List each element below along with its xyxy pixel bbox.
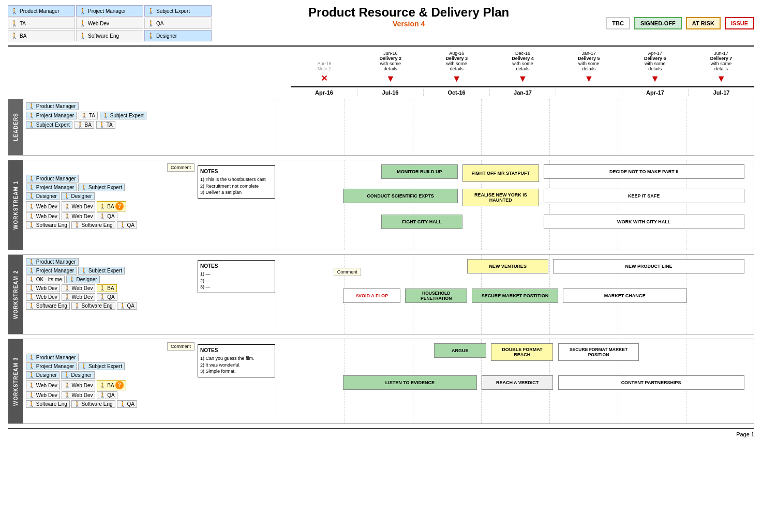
block-content-partnerships: CONTENT PARTNERSHIPS (558, 375, 744, 390)
leader-role-projmgr: 🚶 Project Manager (26, 112, 77, 119)
status-issue: ISSUE (725, 17, 754, 29)
ws2-role-row1: 🚶 Product Manager (26, 258, 195, 266)
col-delivery2-label: Jun-16 Delivery 2 with some details (357, 51, 424, 71)
ws1-qa1: 🚶 QA (97, 212, 117, 220)
ws3-timeline: ARGUE DOUBLE FORMAT REACH SECURE FORMAT … (276, 339, 754, 423)
date-empty (556, 89, 622, 96)
leader-role-pm: 🚶 Product Manager (26, 102, 79, 110)
date-apr16: Apr-16 (291, 89, 357, 96)
ws2-role-row2: 🚶 Project Manager 🚶 Subject Expert (26, 267, 195, 275)
block-argue: ARGUE (434, 343, 487, 358)
col-delivery3-label: Aug-16 Delivery 3 with some details (424, 51, 490, 71)
block-fight-city: FIGHT CITY HALL (381, 215, 462, 229)
ws2-qa2: 🚶 QA (117, 302, 137, 310)
ws3-left-content: Comment 🚶 Product Manager 🚶 Project Mana… (26, 342, 273, 409)
date-labels-row: Apr-16 Jul-16 Oct-16 Jan-17 Apr-17 Jul-1… (291, 89, 754, 96)
ws3-ba: 🚶 BA ? (97, 380, 126, 390)
block-fight-mr: FIGHT OFF MR STAYPUFT (462, 164, 539, 182)
ws3-role-row3: 🚶 Designer 🚶 Designer (26, 371, 195, 379)
ws3-comment: Comment (167, 342, 195, 351)
ws2-webdev4: 🚶 Web Dev (62, 293, 96, 301)
ws1-role-row6: 🚶 Software Eng 🚶 Software Eng 🚶 QA (26, 221, 195, 229)
col-delivery5-label: Jan-17 Delivery 5 with some details (556, 51, 622, 71)
ws3-webdev3: 🚶 Web Dev (26, 391, 60, 399)
ws3-softeng2: 🚶 Software Eng (71, 400, 115, 408)
ws2-notes-text: 1) —2) —3) — (200, 271, 273, 291)
block-keep-safe: KEEP IT SAFE (544, 189, 744, 203)
timeline-dates-area: Apr-16 Note 1 Jun-16 Delivery 2 with som… (291, 51, 754, 96)
ws1-webdev2: 🚶 Web Dev (62, 201, 96, 211)
ws2-role-row4: 🚶 Web Dev 🚶 Web Dev 🚶 BA (26, 284, 195, 292)
ws2-ba: 🚶 BA (97, 284, 116, 292)
ws1-designer1: 🚶 Designer (26, 192, 59, 200)
ws2-timeline: Comment NEW VENTURES NEW PRODUCT LINE AV… (276, 255, 754, 334)
arrow-del2: ▼ (357, 73, 424, 84)
ws2-role-row6: 🚶 Software Eng 🚶 Software Eng 🚶 QA (26, 302, 195, 310)
workstream3-section: WORKSTREAM 3 Comment 🚶 Product Manager 🚶… (8, 339, 754, 424)
leaders-row3: 🚶 Subject Expert 🚶 BA 🚶 TA (26, 121, 273, 129)
block-monitor-buildup: MONITOR BUILD UP (381, 164, 458, 179)
vline1 (345, 99, 345, 155)
ws3-webdev1: 🚶 Web Dev (26, 380, 60, 390)
person-icon: 🚶 (11, 8, 18, 14)
ws3-qa1: 🚶 QA (97, 391, 117, 399)
ws1-left: Comment 🚶 Product Manager 🚶 Project Mana… (23, 160, 276, 250)
leaders-label: LEADERS (8, 99, 23, 155)
delivery-labels-row: Apr-16 Note 1 Jun-16 Delivery 2 with som… (291, 51, 754, 73)
legend-roles: 🚶 Product Manager 🚶 Project Manager 🚶 Su… (8, 5, 212, 41)
ws2-softeng: 🚶 Software Eng (26, 302, 70, 310)
ws1-notes-container: NOTES 1) This is the Ghostbusters cast2)… (198, 163, 273, 199)
status-tbc: TBC (606, 17, 630, 29)
ws3-softeng: 🚶 Software Eng (26, 400, 70, 408)
ws1-se: 🚶 Subject Expert (78, 184, 125, 191)
leaders-timeline (276, 99, 754, 155)
ws3-label: WORKSTREAM 3 (8, 339, 23, 423)
ws1-pm: 🚶 Product Manager (26, 175, 79, 183)
ws1-designer2: 🚶 Designer (61, 192, 95, 200)
arrow-apr16: ✕ (291, 73, 357, 84)
role-ta: 🚶 TA (8, 18, 75, 29)
block-conduct-scientific: CONDUCT SCIENTIFIC EXPTS (343, 189, 458, 203)
ws1-webdev1: 🚶 Web Dev (26, 201, 60, 211)
ws3-role-row4: 🚶 Web Dev 🚶 Web Dev 🚶 BA ? (26, 380, 195, 390)
date-jan17: Jan-17 (490, 89, 556, 96)
role-qa: 🚶 QA (144, 18, 212, 29)
ws1-softeng2: 🚶 Software Eng (71, 221, 115, 229)
workstream1-section: WORKSTREAM 1 Comment 🚶 Product Manager 🚶… (8, 160, 754, 250)
ws1-ba: 🚶 BA ? (97, 201, 126, 211)
ws2-left-content: 🚶 Product Manager 🚶 Project Manager 🚶 Su… (26, 258, 273, 311)
ws1-role-row1: 🚶 Product Manager (26, 175, 195, 183)
ws2-pm: 🚶 Product Manager (26, 258, 79, 266)
date-oct16: Oct-16 (424, 89, 490, 96)
block-double-format: DOUBLE FORMAT REACH (491, 343, 553, 361)
page: 🚶 Product Manager 🚶 Project Manager 🚶 Su… (0, 0, 762, 443)
ws2-qa1: 🚶 QA (97, 293, 117, 301)
col-apr16-label: Apr-16 Note 1 (291, 61, 357, 71)
ws1-roles-area: Comment 🚶 Product Manager 🚶 Project Mana… (26, 163, 195, 230)
ws1-comment: Comment (167, 163, 195, 172)
main-title: Product Resource & Delivery Plan (222, 5, 595, 20)
ws3-left: Comment 🚶 Product Manager 🚶 Project Mana… (23, 339, 276, 423)
ws1-left-content: Comment 🚶 Product Manager 🚶 Project Mana… (26, 163, 273, 230)
ws2-ok: 🚶 OK - its me (26, 276, 65, 283)
role-software-eng: 🚶 Software Eng (76, 30, 143, 41)
ws3-role-row5: 🚶 Web Dev 🚶 Web Dev 🚶 QA (26, 391, 195, 399)
leaders-left-panel: 🚶 Product Manager 🚶 Project Manager 🚶 TA… (23, 99, 276, 155)
header: 🚶 Product Manager 🚶 Project Manager 🚶 Su… (8, 5, 754, 47)
ws2-notes-title: NOTES (200, 263, 273, 270)
arrow-del6: ▼ (622, 73, 688, 84)
date-jul17: Jul-17 (689, 89, 754, 96)
ws3-notes: NOTES 1) Can you guess the film.2) It wa… (198, 344, 275, 377)
block-household: HOUSEHOLD PENETRATION (405, 288, 467, 303)
ws2-webdev3: 🚶 Web Dev (26, 293, 60, 301)
ws1-notes-text: 1) This is the Ghostbusters cast2) Recru… (200, 176, 273, 196)
arrows-row: ✕ ▼ ▼ ▼ ▼ ▼ ▼ (291, 73, 754, 87)
block-work-city: WORK WITH CITY HALL (544, 215, 744, 229)
role-subject-expert: 🚶 Subject Expert (144, 5, 212, 17)
ws1-label: WORKSTREAM 1 (8, 160, 23, 250)
ws2-softeng2: 🚶 Software Eng (71, 302, 115, 310)
ws2-webdev2: 🚶 Web Dev (62, 284, 96, 292)
ws3-comment-area: Comment (26, 342, 195, 352)
ws3-se: 🚶 Subject Expert (78, 362, 125, 370)
arrow-del7: ▼ (688, 73, 754, 84)
